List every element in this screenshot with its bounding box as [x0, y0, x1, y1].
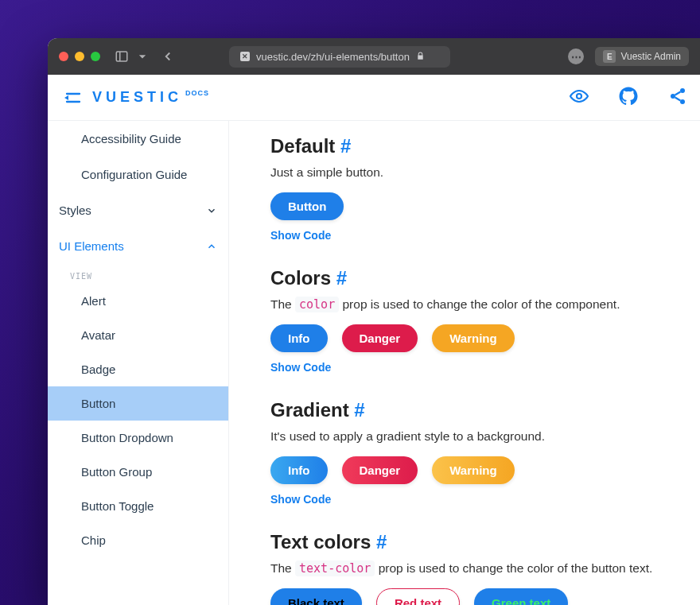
- section-colors: Colors # The color prop is used to chang…: [270, 267, 700, 394]
- danger-button[interactable]: Danger: [342, 324, 418, 352]
- lock-icon: [416, 51, 425, 63]
- toolbar-left: [115, 49, 175, 64]
- maximize-window-button[interactable]: [91, 52, 100, 61]
- share-icon[interactable]: [668, 87, 687, 109]
- sidebar-item-configuration[interactable]: Configuration Guide: [48, 157, 228, 192]
- app-header: VUESTIC DOCS: [48, 75, 700, 121]
- body: Accessibility Guide Configuration Guide …: [48, 121, 700, 605]
- button-row: Black text Red text Green text: [270, 588, 700, 605]
- header-actions: [570, 87, 687, 109]
- minimize-window-button[interactable]: [75, 52, 84, 61]
- code-prop: text-color: [295, 560, 375, 576]
- section-gradient: Gradient # It's used to apply a gradient…: [270, 399, 700, 526]
- main-content: Default # Just a simple button. Button S…: [229, 121, 700, 605]
- sidebar-item-button-group[interactable]: Button Group: [48, 455, 228, 489]
- sidebar-item-button-toggle[interactable]: Button Toggle: [48, 489, 228, 523]
- traffic-lights: [59, 52, 100, 61]
- svg-point-7: [680, 99, 685, 104]
- section-heading: Text colors #: [270, 531, 700, 553]
- titlebar-right: ⋯ E Vuestic Admin: [568, 47, 689, 66]
- anchor-link[interactable]: #: [340, 135, 351, 157]
- button-row: Button: [270, 192, 700, 220]
- eye-icon[interactable]: [570, 87, 589, 109]
- info-gradient-button[interactable]: Info: [270, 456, 328, 484]
- example-button[interactable]: Button: [270, 192, 344, 220]
- sidebar-section-styles[interactable]: Styles: [48, 192, 228, 228]
- section-default: Default # Just a simple button. Button S…: [270, 135, 700, 262]
- danger-gradient-button[interactable]: Danger: [342, 456, 418, 484]
- code-prop: color: [295, 297, 339, 312]
- logo[interactable]: VUESTIC DOCS: [92, 89, 209, 106]
- section-heading: Colors #: [270, 267, 700, 289]
- sidebar-item-button[interactable]: Button: [48, 386, 228, 421]
- section-text-colors: Text colors # The text-color prop is use…: [270, 531, 700, 605]
- warning-gradient-button[interactable]: Warning: [432, 456, 514, 484]
- show-code-link[interactable]: Show Code: [270, 361, 331, 374]
- sidebar-section-label: Styles: [59, 204, 91, 217]
- sidebar-group-label: VIEW: [48, 264, 228, 284]
- anchor-link[interactable]: #: [354, 399, 364, 421]
- sidebar-item-avatar[interactable]: Avatar: [48, 318, 228, 352]
- sidebar-toggle-icon[interactable]: [115, 49, 129, 64]
- back-icon[interactable]: [161, 49, 175, 64]
- section-heading: Gradient #: [270, 399, 700, 421]
- site-settings-icon[interactable]: ✕: [240, 52, 250, 61]
- url-text: vuestic.dev/zh/ui-elements/button: [256, 51, 410, 63]
- url-bar[interactable]: ✕ vuestic.dev/zh/ui-elements/button: [229, 46, 450, 68]
- svg-point-6: [671, 94, 675, 99]
- chevron-up-icon: [206, 241, 217, 252]
- info-button[interactable]: Info: [270, 324, 328, 352]
- black-text-button[interactable]: Black text: [270, 588, 362, 605]
- sidebar-section-label: UI Elements: [59, 239, 124, 253]
- section-desc: The text-color prop is used to change th…: [270, 561, 700, 576]
- section-desc: Just a simple button.: [270, 165, 700, 180]
- svg-point-5: [680, 88, 685, 93]
- button-row: Info Danger Warning: [270, 456, 700, 484]
- chevron-down-icon[interactable]: [138, 49, 146, 64]
- more-icon[interactable]: ⋯: [568, 48, 584, 64]
- sidebar-item-accessibility[interactable]: Accessibility Guide: [48, 121, 228, 157]
- extension-label: Vuestic Admin: [620, 51, 681, 62]
- anchor-link[interactable]: #: [336, 267, 347, 289]
- svg-rect-0: [116, 52, 127, 61]
- github-icon[interactable]: [619, 87, 638, 109]
- green-text-button[interactable]: Green text: [474, 588, 568, 605]
- button-row: Info Danger Warning: [270, 324, 700, 352]
- collapse-sidebar-button[interactable]: [57, 83, 86, 112]
- titlebar: ✕ vuestic.dev/zh/ui-elements/button ⋯ E …: [48, 38, 700, 75]
- extension-badge: E: [603, 50, 616, 63]
- sidebar-item-alert[interactable]: Alert: [48, 284, 228, 318]
- section-desc: The color prop is used to change the col…: [270, 297, 700, 312]
- close-window-button[interactable]: [59, 52, 68, 61]
- sidebar-section-ui-elements[interactable]: UI Elements: [48, 228, 228, 264]
- warning-button[interactable]: Warning: [432, 324, 514, 352]
- anchor-link[interactable]: #: [376, 531, 387, 553]
- sidebar-item-chip[interactable]: Chip: [48, 523, 228, 557]
- browser-window: ✕ vuestic.dev/zh/ui-elements/button ⋯ E …: [48, 38, 700, 605]
- show-code-link[interactable]: Show Code: [270, 229, 331, 242]
- section-heading: Default #: [270, 135, 700, 157]
- sidebar: Accessibility Guide Configuration Guide …: [48, 121, 229, 605]
- sidebar-item-badge[interactable]: Badge: [48, 352, 228, 386]
- section-desc: It's used to apply a gradient style to a…: [270, 429, 700, 444]
- logo-sup: DOCS: [185, 89, 209, 97]
- sidebar-item-button-dropdown[interactable]: Button Dropdown: [48, 421, 228, 455]
- svg-point-4: [577, 94, 581, 99]
- logo-main: VUESTIC: [92, 89, 182, 106]
- extension-button[interactable]: E Vuestic Admin: [595, 47, 689, 66]
- red-text-button[interactable]: Red text: [376, 588, 460, 605]
- show-code-link[interactable]: Show Code: [270, 493, 331, 506]
- chevron-down-icon: [206, 205, 217, 216]
